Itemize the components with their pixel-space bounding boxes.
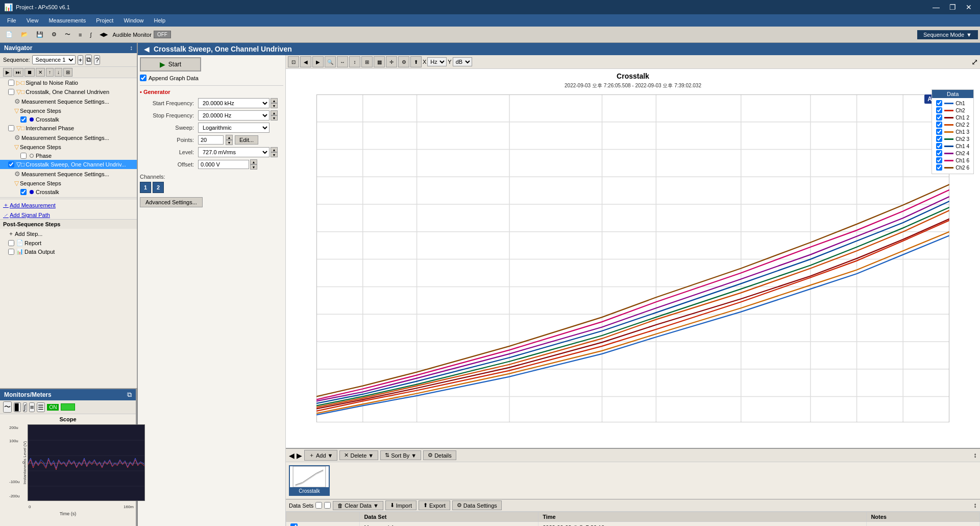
- delete-button[interactable]: ✕: [36, 68, 45, 77]
- edit-points-button[interactable]: Edit...: [235, 135, 258, 145]
- legend-ch2-4-checkbox[interactable]: [936, 150, 942, 156]
- phase-step-checkbox[interactable]: [20, 153, 27, 159]
- minimize-button[interactable]: —: [929, 2, 943, 12]
- graph-svg[interactable]: -75 -80 -85 -90 -95 -100 -105 -110 -115 …: [316, 94, 949, 422]
- up-button[interactable]: ↑: [46, 68, 54, 77]
- waveform-button[interactable]: 〜: [61, 28, 74, 41]
- fft-button[interactable]: ∫: [86, 28, 95, 41]
- graph-expand-button[interactable]: ⤢: [971, 57, 978, 67]
- audible-off-badge[interactable]: OFF: [154, 31, 171, 38]
- add-signal-path-link[interactable]: ⟋ Add Signal Path: [3, 212, 134, 218]
- crosstalk-thumbnail[interactable]: Crosstalk: [289, 465, 330, 496]
- offset-up[interactable]: ▲: [250, 159, 257, 164]
- y-axis-select[interactable]: dB: [453, 57, 472, 66]
- save-button[interactable]: 💾: [33, 28, 47, 41]
- level-up[interactable]: ▲: [271, 147, 278, 152]
- new-button[interactable]: 📄: [2, 28, 16, 41]
- graph-home-button[interactable]: ⊡: [288, 56, 299, 67]
- stop-freq-up[interactable]: ▲: [271, 110, 278, 115]
- settings-button[interactable]: ⚙: [48, 28, 60, 41]
- crosstalk-step2-checkbox[interactable]: [20, 189, 27, 195]
- export-button[interactable]: ⬆ Export: [419, 500, 450, 510]
- details-button[interactable]: ⚙ Details: [423, 450, 456, 460]
- tree-item-mss1[interactable]: ⚙ Measurement Sequence Settings...: [0, 97, 137, 106]
- bottom-expand-button[interactable]: ↕: [973, 451, 977, 459]
- menu-help[interactable]: Help: [149, 16, 171, 25]
- copy-seq-button[interactable]: ⧉: [85, 55, 92, 65]
- crosstalk-oc-checkbox[interactable]: [8, 89, 14, 95]
- start-freq-down[interactable]: ▼: [271, 103, 278, 108]
- legend-ch1-6-checkbox[interactable]: [936, 157, 942, 163]
- play-all-button[interactable]: ▶: [3, 68, 12, 77]
- collapse-right-button[interactable]: ▶: [297, 451, 302, 460]
- step-button[interactable]: ⏭: [13, 68, 23, 77]
- monitors-on-badge[interactable]: ON: [47, 404, 59, 411]
- menu-view[interactable]: View: [21, 16, 44, 25]
- tree-item-crosstalk-oc[interactable]: ▽□ Crosstalk, One Channel Undriven: [0, 87, 137, 97]
- channel-1-button[interactable]: 1: [140, 182, 151, 193]
- tree-item-mss3[interactable]: ⚙ Measurement Sequence Settings...: [0, 169, 137, 179]
- crosstalk-step1-checkbox[interactable]: [20, 116, 27, 123]
- graph-zoom-y-button[interactable]: ↕: [349, 56, 360, 67]
- x-axis-select[interactable]: Hz: [427, 57, 447, 66]
- level-down[interactable]: ▼: [271, 152, 278, 157]
- start-freq-up[interactable]: ▲: [271, 98, 278, 103]
- tree-item-seqsteps2[interactable]: ▽ Sequence Steps: [0, 142, 137, 152]
- start-button[interactable]: ▶ Start: [140, 57, 201, 71]
- add-button[interactable]: ＋ Add ▼: [304, 450, 337, 461]
- sweep-select[interactable]: Logarithmic Linear: [198, 123, 270, 133]
- tree-item-crosstalk-step2[interactable]: Crosstalk: [0, 188, 137, 196]
- open-button[interactable]: 📂: [17, 28, 32, 41]
- graph-zoom-x-button[interactable]: ↔: [337, 56, 348, 67]
- datasets-expand-button[interactable]: ↕: [973, 501, 977, 509]
- graph-cursor-button[interactable]: ✛: [386, 56, 397, 67]
- mon-waveform-btn[interactable]: 〜: [3, 401, 12, 413]
- mon-bar-btn[interactable]: ▊: [14, 402, 21, 412]
- tree-item-seqsteps1[interactable]: ▽ Sequence Steps: [0, 106, 137, 115]
- level-select[interactable]: 727.0 mVrms: [198, 147, 270, 157]
- graph-export-button[interactable]: ⬆: [410, 56, 422, 67]
- back-button[interactable]: ◀: [144, 45, 150, 53]
- legend-ch2-checkbox[interactable]: [936, 107, 942, 113]
- stop-freq-select[interactable]: 20.0000 Hz: [198, 110, 270, 121]
- graph-next-button[interactable]: ▶: [312, 56, 324, 67]
- datasets-uncheck-all[interactable]: [324, 502, 331, 509]
- tree-item-seqsteps3[interactable]: ▽ Sequence Steps: [0, 179, 137, 188]
- channel-2-button[interactable]: 2: [153, 182, 164, 193]
- legend-ch1-3-checkbox[interactable]: [936, 129, 942, 135]
- tree-item-phase-step[interactable]: Phase: [0, 152, 137, 160]
- tree-item-crosstalk-sweep[interactable]: ▽□ Crosstalk Sweep, One Channel Undriv..…: [0, 160, 137, 169]
- tree-item-interphase[interactable]: ▽□ Interchannel Phase: [0, 124, 137, 133]
- monitors-popout-button[interactable]: ⧉: [127, 391, 132, 399]
- menu-file[interactable]: File: [2, 16, 21, 25]
- legend-ch1-2-checkbox[interactable]: [936, 114, 942, 121]
- tree-item-data-output[interactable]: 📊 Data Output: [0, 247, 137, 256]
- sequence-mode-button[interactable]: Sequence Mode ▼: [917, 30, 978, 39]
- close-button[interactable]: ✕: [962, 2, 976, 12]
- stop-button[interactable]: ⏹: [24, 68, 35, 77]
- offset-down[interactable]: ▼: [250, 164, 257, 170]
- points-input[interactable]: [198, 135, 224, 145]
- advanced-settings-button[interactable]: Advanced Settings...: [140, 197, 203, 207]
- tree-item-crosstalk-step1[interactable]: Crosstalk: [0, 115, 137, 124]
- clear-data-button[interactable]: 🗑 Clear Data ▼: [333, 501, 383, 510]
- sort-by-button[interactable]: ⇅ Sort By ▼: [380, 450, 421, 460]
- play-button[interactable]: ◀▶: [96, 28, 111, 41]
- stop-freq-down[interactable]: ▼: [271, 115, 278, 121]
- delete-button[interactable]: ✕ Delete ▼: [339, 450, 378, 460]
- new-seq-button[interactable]: +: [78, 55, 84, 65]
- mon-fft-btn[interactable]: ∫: [23, 402, 27, 412]
- menu-project[interactable]: Project: [91, 16, 118, 25]
- tree-item-add-step[interactable]: ＋ Add Step...: [0, 229, 137, 238]
- interphase-checkbox[interactable]: [8, 125, 14, 131]
- datasets-check-all[interactable]: [315, 502, 322, 509]
- graph-table-button[interactable]: ▦: [374, 56, 385, 67]
- tree-item-mss2[interactable]: ⚙ Measurement Sequence Settings...: [0, 133, 137, 142]
- points-down[interactable]: ▼: [226, 140, 233, 145]
- help-seq-button[interactable]: ?: [94, 55, 100, 65]
- list-button[interactable]: ≡: [75, 28, 85, 41]
- menu-measurements[interactable]: Measurements: [43, 16, 91, 25]
- crosstalk-sweep-checkbox[interactable]: [8, 161, 14, 168]
- points-up[interactable]: ▲: [226, 135, 233, 140]
- maximize-button[interactable]: ❐: [945, 2, 960, 12]
